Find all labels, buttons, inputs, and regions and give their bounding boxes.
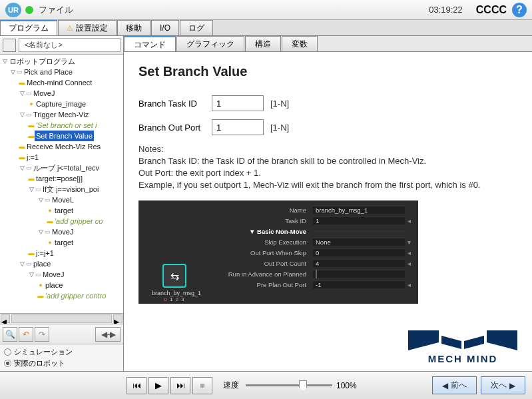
speed-label: 速度: [223, 380, 239, 391]
radio-simulation[interactable]: シミュレーション: [4, 347, 119, 357]
skip-fwd-icon[interactable]: ⏭: [170, 377, 190, 394]
sub-tabs: コマンド グラフィック 構造 変数: [124, 36, 532, 52]
tree-hscroll[interactable]: ◂▸: [0, 313, 123, 324]
out-port-input[interactable]: [212, 119, 264, 135]
warning-icon: ⚠: [67, 24, 73, 33]
tab-log[interactable]: ログ: [180, 20, 213, 35]
mechmind-logo: MECH MIND: [408, 330, 517, 364]
status-dot: [25, 6, 33, 14]
preview-node: ⇆ branch_by_msg_1 0 1 2 3: [152, 264, 197, 302]
main-tabs: プログラム ⚠設置設定 移動 I/O ログ: [0, 20, 532, 36]
tree-root: ロボットプログラム: [8, 56, 77, 67]
detail-pane: Set Branch Value Branch Task ID [1-N] Br…: [124, 52, 532, 371]
speed-slider[interactable]: [246, 380, 332, 391]
prev-button[interactable]: ◀ 前へ: [432, 376, 477, 394]
cccc-label: CCCC: [476, 4, 507, 16]
out-port-range: [1-N]: [270, 123, 289, 133]
subtab-structure[interactable]: 構造: [245, 36, 281, 51]
file-menu[interactable]: ファイル: [39, 4, 73, 16]
tab-move[interactable]: 移動: [117, 20, 150, 35]
program-tree[interactable]: ▽ロボットプログラム ▽▭Pick and Place ▬Mech-mind C…: [0, 55, 123, 313]
left-panel: <名前なし> ▽ロボットプログラム ▽▭Pick and Place ▬Mech…: [0, 36, 124, 371]
tree-buttons: 🔍 ↶ ↷ ◀---▶: [0, 324, 123, 344]
bottom-bar: ⏮ ▶ ⏭ ■ 速度 100% ◀ 前へ 次へ ▶: [0, 371, 532, 399]
undo-icon[interactable]: ↶: [19, 327, 33, 342]
tree-selected: Set Branch Value: [35, 131, 94, 141]
left-toolbar: <名前なし>: [0, 36, 123, 55]
subtab-variable[interactable]: 変数: [282, 36, 318, 51]
out-port-label: Branch Out Port: [138, 123, 212, 133]
ur-logo: UR: [5, 3, 21, 17]
stop-icon[interactable]: ■: [192, 377, 212, 394]
skip-back-icon[interactable]: ⏮: [127, 377, 146, 394]
speed-value: 100%: [336, 381, 357, 390]
tab-install[interactable]: ⚠設置設定: [58, 20, 117, 35]
mechviz-preview: ⇆ branch_by_msg_1 0 1 2 3 Namebranch_by_…: [138, 200, 418, 304]
notes: Notes: Branch Task ID: the Task ID of th…: [138, 143, 517, 191]
save-icon[interactable]: [3, 39, 16, 52]
redo-icon[interactable]: ↷: [35, 327, 49, 342]
task-id-label: Branch Task ID: [138, 99, 212, 109]
detail-title: Set Branch Value: [138, 64, 517, 79]
tab-io[interactable]: I/O: [151, 20, 179, 35]
next-button[interactable]: 次へ ▶: [481, 376, 525, 394]
branch-icon: ⇆: [162, 264, 186, 288]
playback-controls: ⏮ ▶ ⏭ ■: [127, 377, 212, 394]
topbar: UR ファイル 03:19:22 CCCC ?: [0, 0, 532, 20]
subtab-command[interactable]: コマンド: [124, 36, 176, 51]
subtab-graphic[interactable]: グラフィック: [176, 36, 244, 51]
tab-program[interactable]: プログラム: [0, 20, 57, 35]
clock: 03:19:22: [429, 5, 463, 15]
preview-table: Namebranch_by_msg_1 Task ID1◂ ▼ Basic No…: [220, 204, 413, 290]
search-icon[interactable]: 🔍: [3, 327, 17, 342]
radio-real-robot[interactable]: 実際のロボット: [4, 358, 119, 368]
program-name[interactable]: <名前なし>: [19, 38, 121, 52]
task-id-range: [1-N]: [270, 99, 289, 109]
right-panel: コマンド グラフィック 構造 変数 Set Branch Value Branc…: [124, 36, 532, 371]
task-id-input[interactable]: [212, 95, 264, 111]
arrow-group[interactable]: ◀---▶: [95, 327, 121, 342]
play-icon[interactable]: ▶: [148, 377, 168, 394]
mode-radios: シミュレーション 実際のロボット: [0, 344, 123, 371]
help-icon[interactable]: ?: [512, 3, 527, 17]
